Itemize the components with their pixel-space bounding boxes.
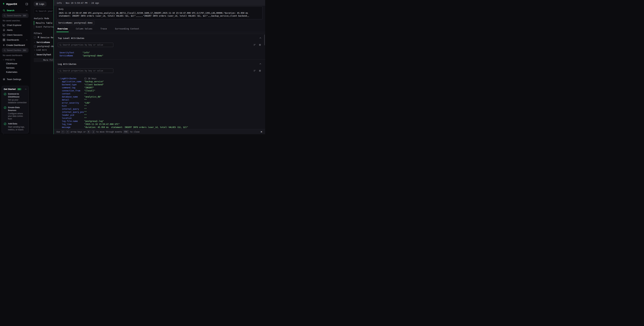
saved-searches-input[interactable]: Saved Searches ⌘K <box>2 13 28 18</box>
tree-root-key[interactable]: LogAttributes <box>60 77 76 80</box>
collapse-section-icon[interactable] <box>259 37 262 39</box>
attr-value[interactable]: "analytics_db" <box>84 96 262 98</box>
attr-key[interactable]: log.file.name <box>62 120 84 122</box>
attr-value[interactable]: "" <box>84 111 262 113</box>
get-started-item[interactable]: Create Data Sources Configure where your… <box>4 106 27 120</box>
more-filters-button[interactable]: More filte <box>34 58 54 62</box>
attr-key[interactable]: command_tag <box>62 87 84 89</box>
property-search-box[interactable] <box>58 43 113 47</box>
settings-gear-icon[interactable] <box>259 44 261 46</box>
attr-value[interactable]: "postgresql.log" <box>84 120 262 122</box>
facet-group-servicename[interactable]: ServiceName <box>34 41 54 44</box>
denoise-checkbox[interactable] <box>34 36 36 39</box>
attr-key[interactable]: connection_from <box>62 90 84 92</box>
saved-dashboards-input[interactable]: Saved Dashboards ⌘K <box>2 48 28 53</box>
attr-value[interactable]: "" <box>84 108 262 110</box>
line-wrap-icon[interactable] <box>254 44 256 46</box>
attr-key[interactable]: message <box>62 126 84 128</box>
sidebar-item-label: Dashboards <box>7 39 19 41</box>
attr-key[interactable]: internal_query_pos <box>62 111 84 113</box>
top-level-attr-table: SeverityText "info" ServiceName "postgre… <box>58 51 262 57</box>
presets-toggle[interactable]: PRESETS <box>2 57 29 62</box>
tab-overview[interactable]: Overview <box>56 27 69 32</box>
sidebar-item-team-settings[interactable]: Team Settings <box>2 77 29 82</box>
denoise-results-toggle[interactable]: Denoise Resul <box>34 36 54 39</box>
collapse-section-icon[interactable] <box>259 63 262 65</box>
line-wrap-icon[interactable] <box>254 70 256 72</box>
facet-checkbox[interactable] <box>34 45 36 47</box>
create-dashboard-button[interactable]: Create Dashboard <box>2 43 29 48</box>
preset-clickhouse[interactable]: ClickHouse <box>2 62 29 66</box>
attr-value[interactable]: "" <box>84 105 262 107</box>
attr-value[interactable]: "backup_service" <box>84 80 262 83</box>
close-icon[interactable]: ✕ <box>260 130 262 133</box>
attr-key[interactable]: hint <box>62 105 84 107</box>
mode-event-patterns[interactable]: Event Patterns <box>34 25 54 29</box>
attr-value[interactable]: "LOG" <box>84 102 262 104</box>
sidebar-item-search[interactable]: Search <box>2 8 29 13</box>
attr-value[interactable]: "[local]" <box>84 90 262 92</box>
attr-value[interactable]: "" <box>84 117 262 119</box>
sidebar-item-client-sessions[interactable]: Client Sessions <box>2 33 29 38</box>
service-name-chip[interactable]: ServiceName: postgresql-demo <box>56 21 94 25</box>
event-body-box: Body 2025-11-10 23:59:47.000 UTC,postgre… <box>56 7 262 19</box>
attr-key[interactable]: SeverityText <box>60 52 82 54</box>
attr-key[interactable]: context <box>62 93 84 95</box>
get-started-header[interactable]: Get Started 3/3 <box>4 88 27 90</box>
property-search-input[interactable] <box>63 70 112 72</box>
attr-value[interactable]: "" <box>84 99 262 101</box>
get-started-title: Get Started <box>4 88 16 90</box>
attr-key[interactable]: application_name <box>62 80 84 83</box>
property-search-box[interactable] <box>58 69 113 73</box>
detail-scroll-area[interactable]: Top Level Attributes <box>54 32 265 129</box>
load-more-button[interactable]: Load more <box>34 49 54 51</box>
collapse-sidebar-icon[interactable] <box>25 3 28 6</box>
search-icon <box>59 44 62 46</box>
mode-results-table[interactable]: Results Table <box>34 21 54 25</box>
attr-key[interactable]: error_severity <box>62 102 84 104</box>
sidebar-item-chart-explorer[interactable]: Chart Explorer <box>2 23 29 28</box>
sidebar-item-label: Chart Explorer <box>7 24 22 27</box>
attr-value[interactable]: "" <box>84 114 262 116</box>
attr-value[interactable]: "duration: 45.950 ms statement: INSERT I… <box>84 126 262 128</box>
preset-kubernetes[interactable]: Kubernetes <box>2 70 29 74</box>
event-search-input[interactable] <box>39 10 54 12</box>
attr-key[interactable]: leader_pid <box>62 114 84 116</box>
attr-key[interactable]: ServiceName <box>60 55 82 57</box>
search-icon <box>4 15 6 17</box>
attr-value[interactable]: "2025-11-10 23:59:47.000 UTC" <box>84 123 262 125</box>
facet-group-severitytext[interactable]: SeverityText <box>34 54 54 56</box>
attr-value[interactable]: "INSERT" <box>84 87 262 89</box>
braces-icon: {} <box>84 77 86 80</box>
attr-value[interactable]: "postgresql-demo" <box>82 55 262 57</box>
chevron-up-icon <box>26 39 28 41</box>
attr-key[interactable]: internal_query <box>62 108 84 110</box>
get-started-item[interactable]: Connect to ClickHouse Set up your databa… <box>4 93 27 104</box>
great-job-row: ? Great job! You're all <box>2 133 29 134</box>
no-saved-searches-text: No saved searches <box>2 18 29 23</box>
attr-value[interactable]: "" <box>84 93 262 95</box>
attr-key[interactable]: location <box>62 117 84 119</box>
tree-root-row[interactable]: ▾ LogAttributes {} 28 keys <box>58 77 262 80</box>
attr-value[interactable]: "client backend" <box>84 84 262 86</box>
facet-option-postgresql-demo[interactable]: postgresql-demo <box>34 45 54 48</box>
tab-column-values[interactable]: Column Values <box>75 27 93 32</box>
attr-key[interactable]: log_time <box>62 123 84 125</box>
tab-surrounding-context[interactable]: Surrounding Context <box>114 27 140 32</box>
load-more-label: Load more <box>36 49 47 51</box>
source-selector-button[interactable]: Logs <box>34 2 46 6</box>
attr-value[interactable]: "info" <box>82 52 262 54</box>
get-started-item[interactable]: Add Data Start sending logs, metrics, or… <box>4 122 27 131</box>
event-search-box[interactable] <box>34 8 54 14</box>
property-search-input[interactable] <box>63 44 112 46</box>
tab-trace[interactable]: Trace <box>100 27 108 32</box>
settings-gear-icon[interactable] <box>259 70 261 72</box>
attr-key[interactable]: detail <box>62 99 84 101</box>
sidebar-item-dashboards[interactable]: Dashboards <box>2 38 29 42</box>
sidebar-item-alerts[interactable]: Alerts <box>2 28 29 33</box>
attr-key[interactable]: database_name <box>62 96 84 98</box>
search-filter-panel: Logs Analysis Mode Results Table Event P… <box>30 0 54 134</box>
preset-services[interactable]: Services <box>2 66 29 70</box>
get-started-item-desc: Start sending logs, metrics, or traces <box>8 126 27 131</box>
attr-key[interactable]: backend_type <box>62 84 84 86</box>
